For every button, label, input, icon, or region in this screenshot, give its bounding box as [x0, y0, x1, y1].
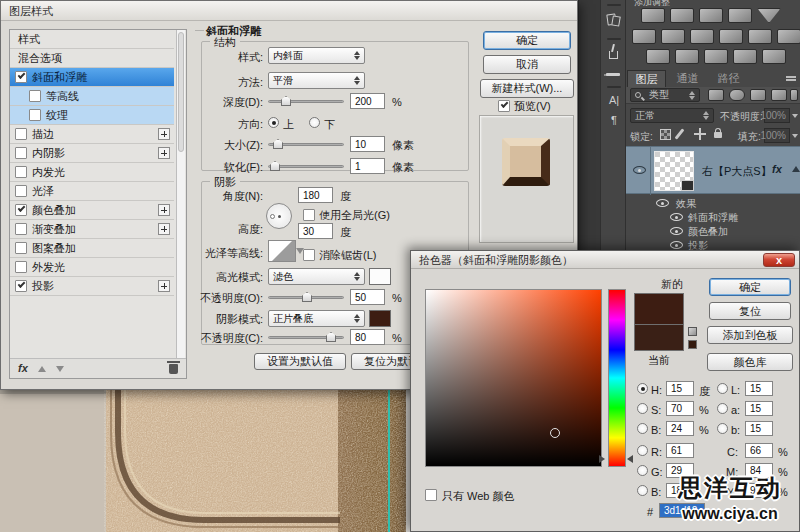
threshold-icon[interactable] — [704, 49, 728, 64]
soften-slider[interactable] — [268, 165, 344, 168]
lock-move-icon[interactable] — [694, 128, 706, 140]
picker-reset-button[interactable]: 复位 — [709, 302, 791, 320]
b2-radio[interactable] — [637, 485, 648, 496]
b-value[interactable]: 24 — [666, 421, 694, 436]
s-radio[interactable] — [637, 403, 648, 414]
style-item-color-overlay[interactable]: 颜色叠加 — [10, 201, 174, 220]
add-to-swatches-button[interactable]: 添加到色板 — [707, 326, 793, 344]
bevel-style-dropdown[interactable]: 内斜面 — [268, 47, 365, 64]
black-white-icon[interactable] — [690, 29, 714, 44]
size-slider[interactable] — [268, 143, 344, 146]
checkbox[interactable] — [15, 147, 27, 159]
checkbox-checked[interactable] — [15, 280, 27, 292]
effect-bevel-eye-icon[interactable] — [670, 213, 683, 221]
cancel-button[interactable]: 取消 — [483, 55, 571, 74]
filter-pixel-layers-icon[interactable] — [708, 89, 724, 101]
hue-slider[interactable] — [608, 289, 626, 467]
fx-menu-icon[interactable]: fx — [18, 362, 28, 374]
paragraph-panel-icon[interactable]: ¶ — [606, 112, 622, 128]
checkbox[interactable] — [15, 128, 27, 140]
color-balance-icon[interactable] — [661, 29, 685, 44]
checkbox[interactable] — [15, 223, 27, 235]
selective-color-icon[interactable] — [762, 49, 786, 64]
move-effect-up-icon[interactable] — [38, 366, 46, 372]
s-value[interactable]: 70 — [666, 401, 694, 416]
angle-value[interactable]: 180 — [298, 187, 333, 203]
color-lookup-icon[interactable] — [777, 29, 800, 44]
size-value[interactable]: 10 — [350, 136, 385, 152]
delete-effect-icon[interactable] — [169, 364, 178, 374]
h-value[interactable]: 15 — [666, 381, 694, 396]
picker-ok-button[interactable]: 确定 — [709, 278, 791, 296]
exposure-icon[interactable] — [728, 8, 752, 23]
c-value[interactable]: 66 — [745, 443, 773, 458]
tab-paths[interactable]: 路径 — [709, 70, 748, 87]
photo-filter-icon[interactable] — [719, 29, 743, 44]
color-field-marker[interactable] — [550, 428, 560, 438]
character-panel-icon[interactable]: A| — [606, 92, 622, 108]
l-radio[interactable] — [717, 383, 728, 394]
effect-color-overlay-label[interactable]: 颜色叠加 — [688, 225, 728, 239]
effects-row-label[interactable]: 效果 — [676, 197, 696, 211]
checkbox[interactable] — [29, 109, 41, 121]
fill-dropdown-arrow[interactable] — [792, 134, 798, 138]
lock-transparency-icon[interactable] — [660, 129, 671, 140]
b-radio[interactable] — [637, 423, 648, 434]
style-item-contour[interactable]: 等高线 — [10, 87, 174, 106]
r-value[interactable]: 61 — [666, 443, 694, 458]
layer-filter-dropdown[interactable]: 类型 — [630, 88, 700, 102]
invert-icon[interactable] — [646, 49, 670, 64]
style-item-pattern-overlay[interactable]: 图案叠加 — [10, 239, 174, 258]
lock-all-icon[interactable] — [714, 132, 722, 138]
add-instance-icon[interactable] — [158, 223, 170, 235]
add-instance-icon[interactable] — [158, 128, 170, 140]
depth-value[interactable]: 200 — [350, 93, 385, 109]
add-instance-icon[interactable] — [158, 204, 170, 216]
direction-down-radio[interactable] — [309, 117, 320, 128]
use-global-light-checkbox[interactable] — [303, 209, 315, 221]
shadow-mode-dropdown[interactable]: 正片叠底 — [268, 310, 365, 327]
layer-fx-icon[interactable]: fx — [772, 163, 782, 175]
bb-value[interactable]: 15 — [745, 421, 773, 436]
g-radio[interactable] — [637, 465, 648, 476]
opacity-dropdown-arrow[interactable] — [792, 114, 798, 118]
checkbox-checked[interactable] — [15, 204, 27, 216]
current-color-swatch[interactable] — [634, 324, 684, 351]
style-item-texture[interactable]: 纹理 — [10, 106, 174, 125]
style-item-bevel-emboss[interactable]: 斜面和浮雕 — [10, 68, 174, 87]
checkbox-checked[interactable] — [15, 71, 27, 83]
a-radio[interactable] — [717, 403, 728, 414]
web-colors-only-checkbox[interactable] — [425, 489, 437, 501]
h-radio[interactable] — [637, 383, 648, 394]
color-libraries-button[interactable]: 颜色库 — [707, 353, 793, 371]
layer-visibility-eye-icon[interactable] — [633, 166, 646, 174]
highlight-opacity-slider[interactable] — [268, 296, 344, 299]
close-icon[interactable]: x — [763, 253, 795, 267]
style-item-outer-glow[interactable]: 外发光 — [10, 258, 174, 277]
l-value[interactable]: 15 — [745, 381, 773, 396]
panel-menu-icon[interactable] — [786, 76, 796, 78]
style-item-drop-shadow[interactable]: 投影 — [10, 277, 174, 296]
ok-button[interactable]: 确定 — [483, 31, 571, 50]
checkbox[interactable] — [15, 166, 27, 178]
bb-radio[interactable] — [717, 423, 728, 434]
effect-bevel-label[interactable]: 斜面和浮雕 — [688, 211, 738, 225]
checkbox[interactable] — [15, 261, 27, 273]
opacity-value[interactable]: 100% — [764, 108, 790, 123]
layer-row-selected[interactable]: 右【P大点S】 fx — [626, 146, 800, 194]
checkbox[interactable] — [15, 185, 27, 197]
r-radio[interactable] — [637, 445, 648, 456]
a-value[interactable]: 15 — [745, 401, 773, 416]
vibrance-icon[interactable] — [757, 8, 781, 23]
direction-up-radio[interactable] — [268, 117, 279, 128]
gloss-contour-thumbnail[interactable] — [268, 240, 296, 262]
style-item-styles[interactable]: 样式 — [10, 30, 174, 49]
new-style-button[interactable]: 新建样式(W)... — [480, 79, 574, 98]
anti-alias-checkbox[interactable] — [303, 249, 315, 261]
hue-arrow-right-icon[interactable] — [627, 455, 633, 463]
fill-value[interactable]: 100% — [764, 128, 790, 143]
preview-checkbox[interactable] — [498, 100, 510, 112]
technique-dropdown[interactable]: 平滑 — [268, 72, 365, 89]
checkbox[interactable] — [29, 90, 41, 102]
document-canvas[interactable]: <="" stop offset="0"/> — [0, 390, 410, 532]
